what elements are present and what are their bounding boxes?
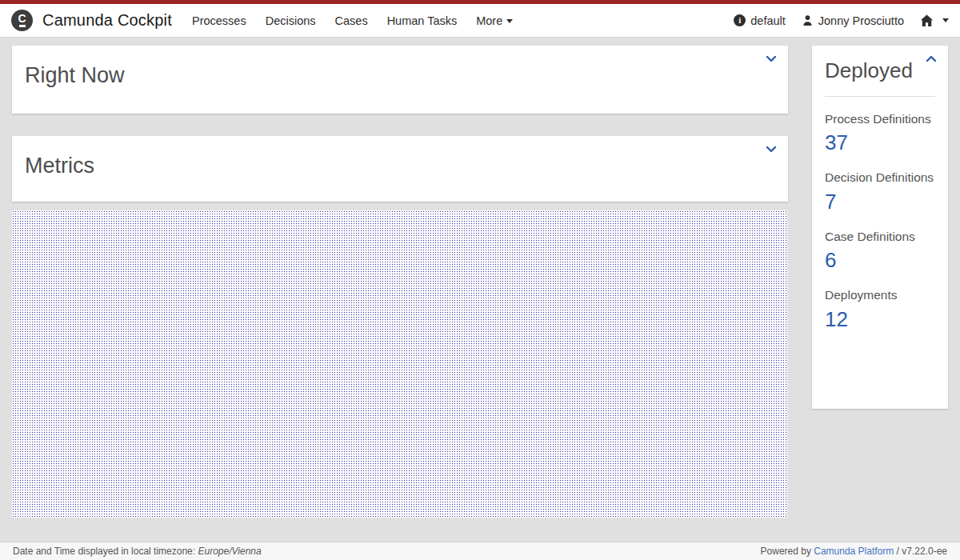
deployed-panel: Deployed Process Definitions 37 Decision… xyxy=(812,46,948,409)
metric-label: Case Definitions xyxy=(825,228,935,246)
nav-cases[interactable]: Cases xyxy=(326,10,377,32)
metric-label: Process Definitions xyxy=(825,110,935,128)
info-icon: i xyxy=(734,14,746,26)
engine-name: default xyxy=(750,14,786,27)
camunda-logo-icon[interactable]: C xyxy=(11,10,33,31)
dashboard-placeholder-pattern xyxy=(12,210,787,518)
header-right: i default Jonny Prosciutto xyxy=(734,14,949,27)
deployed-item: Deployments 12 xyxy=(825,286,935,331)
app-title: Camunda Cockpit xyxy=(42,11,172,30)
user-icon xyxy=(802,14,814,26)
metrics-title: Metrics xyxy=(12,136,788,178)
nav-processes[interactable]: Processes xyxy=(183,10,255,32)
metric-label: Deployments xyxy=(825,286,935,304)
deployed-title: Deployed xyxy=(825,58,935,83)
metric-value[interactable]: 6 xyxy=(825,248,935,273)
caret-down-icon xyxy=(506,19,513,23)
version-text: / v7.22.0-ee xyxy=(894,546,947,557)
right-now-title: Right Now xyxy=(12,46,788,88)
app-switcher[interactable] xyxy=(920,14,949,27)
timezone-value: Europe/Vienna xyxy=(198,546,261,557)
deployed-item: Decision Definitions 7 xyxy=(825,169,935,214)
metric-label: Decision Definitions xyxy=(825,169,935,186)
nav-decisions[interactable]: Decisions xyxy=(257,10,325,32)
home-icon xyxy=(920,14,934,27)
timezone-label: Date and Time displayed in local timezon… xyxy=(13,546,198,557)
camunda-logo-bar xyxy=(19,25,26,27)
footer: Date and Time displayed in local timezon… xyxy=(0,542,960,560)
chevron-down-icon[interactable] xyxy=(766,55,777,62)
powered-by-label: Powered by xyxy=(761,546,814,557)
nav-human-tasks[interactable]: Human Tasks xyxy=(378,10,466,32)
right-now-panel: Right Now xyxy=(12,46,788,114)
deployed-item: Process Definitions 37 xyxy=(825,110,935,155)
nav-more[interactable]: More xyxy=(467,10,522,32)
camunda-platform-link[interactable]: Camunda Platform xyxy=(814,546,894,557)
metric-value[interactable]: 7 xyxy=(825,190,935,214)
metric-value[interactable]: 12 xyxy=(825,307,935,332)
chevron-down-icon[interactable] xyxy=(766,146,777,153)
main-nav: Processes Decisions Cases Human Tasks Mo… xyxy=(183,10,522,32)
camunda-logo-letter: C xyxy=(18,14,26,23)
user-name: Jonny Prosciutto xyxy=(818,14,904,27)
app-header: C Camunda Cockpit Processes Decisions Ca… xyxy=(0,4,960,38)
deployed-item: Case Definitions 6 xyxy=(825,228,935,273)
timezone-note: Date and Time displayed in local timezon… xyxy=(13,546,262,557)
powered-by: Powered by Camunda Platform / v7.22.0-ee xyxy=(761,546,947,557)
engine-select[interactable]: i default xyxy=(734,14,786,27)
nav-more-label: More xyxy=(476,14,502,27)
chevron-up-icon[interactable] xyxy=(926,55,937,62)
metric-value[interactable]: 37 xyxy=(825,130,935,155)
caret-down-icon xyxy=(942,18,949,22)
metrics-panel: Metrics xyxy=(12,136,788,202)
user-menu[interactable]: Jonny Prosciutto xyxy=(802,14,904,27)
divider xyxy=(825,96,935,97)
